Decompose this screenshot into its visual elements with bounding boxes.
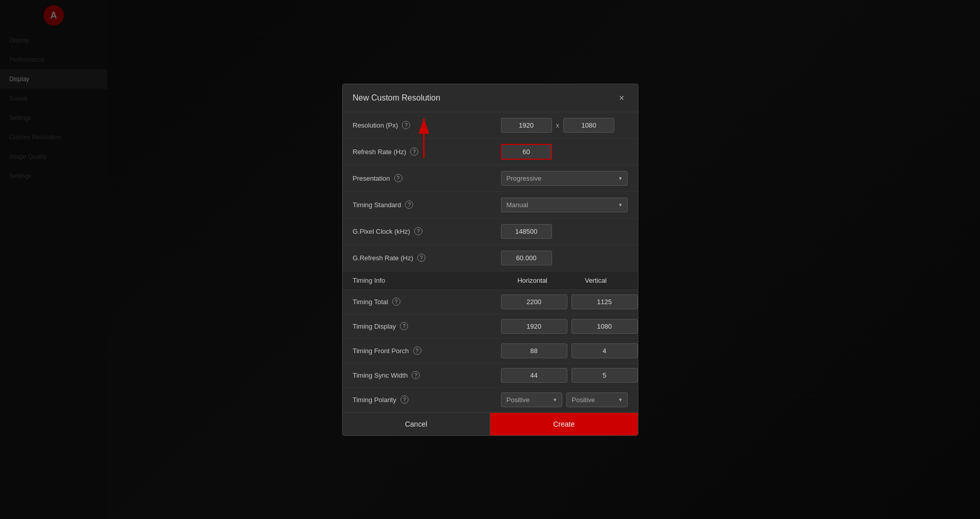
dialog-header: New Custom Resolution ×: [343, 84, 638, 112]
new-custom-resolution-dialog: New Custom Resolution × Resolution (Px) …: [342, 84, 638, 436]
presentation-value-col: Progressive ▾: [501, 171, 628, 186]
timing-polarity-label-col: Timing Polarity ?: [353, 396, 501, 404]
timing-front-porch-v-input[interactable]: [571, 343, 638, 358]
gpixel-clock-input[interactable]: [501, 224, 552, 239]
refresh-rate-help-icon[interactable]: ?: [410, 147, 418, 156]
timing-front-porch-help-icon[interactable]: ?: [413, 347, 421, 355]
timing-polarity-selects: Positive ▾ Positive ▾: [501, 392, 628, 407]
timing-info-cols: Horizontal Vertical: [501, 277, 628, 284]
timing-polarity-row: Timing Polarity ? Positive ▾ Positive ▾: [343, 388, 638, 412]
timing-sync-width-row: Timing Sync Width ?: [343, 363, 638, 388]
timing-standard-help-icon[interactable]: ?: [405, 201, 413, 209]
refresh-rate-input[interactable]: [501, 144, 552, 160]
presentation-row: Presentation ? Progressive ▾: [343, 165, 638, 192]
timing-standard-chevron-icon: ▾: [619, 202, 622, 208]
gpixel-clock-value-col: [501, 224, 628, 239]
resolution-label: Resolution (Px): [353, 121, 398, 129]
resolution-label-col: Resolution (Px) ?: [353, 121, 501, 129]
timing-sync-width-h-input[interactable]: [501, 368, 567, 383]
presentation-help-icon[interactable]: ?: [394, 174, 402, 182]
gpixel-clock-label: G.Pixel Clock (kHz): [353, 228, 411, 235]
timing-front-porch-inputs: [501, 343, 638, 358]
grefresh-rate-help-icon[interactable]: ?: [417, 254, 425, 262]
timing-display-label-col: Timing Display ?: [353, 322, 501, 330]
timing-total-label-col: Timing Total ?: [353, 298, 501, 306]
cancel-button[interactable]: Cancel: [343, 413, 491, 435]
timing-polarity-help-icon[interactable]: ?: [400, 396, 409, 404]
timing-standard-select-value: Manual: [507, 201, 529, 209]
resolution-row: Resolution (Px) ? x: [343, 112, 638, 139]
dialog-body: Resolution (Px) ? x Refresh Rate (Hz) ? …: [343, 112, 638, 412]
gpixel-clock-row: G.Pixel Clock (kHz) ?: [343, 218, 638, 245]
timing-standard-label: Timing Standard: [353, 201, 401, 209]
timing-polarity-h-select[interactable]: Positive ▾: [501, 392, 562, 407]
grefresh-rate-value-col: [501, 251, 628, 265]
timing-polarity-label: Timing Polarity: [353, 396, 396, 404]
timing-standard-label-col: Timing Standard ?: [353, 201, 501, 209]
polarity-v-chevron-icon: ▾: [619, 397, 622, 403]
close-button[interactable]: ×: [616, 92, 628, 104]
timing-sync-width-inputs: [501, 368, 638, 383]
timing-display-row: Timing Display ?: [343, 314, 638, 339]
timing-horizontal-header: Horizontal: [501, 277, 564, 284]
resolution-height-input[interactable]: [563, 118, 614, 133]
timing-sync-width-label: Timing Sync Width: [353, 372, 408, 379]
dialog-footer: Cancel Create: [343, 412, 638, 435]
resolution-value-col: x: [501, 118, 628, 133]
resolution-separator: x: [556, 121, 560, 129]
presentation-chevron-icon: ▾: [619, 175, 622, 182]
refresh-rate-label-col: Refresh Rate (Hz) ?: [353, 147, 501, 156]
grefresh-rate-label-col: G.Refresh Rate (Hz) ?: [353, 254, 501, 262]
timing-polarity-v-select[interactable]: Positive ▾: [566, 392, 628, 407]
gpixel-clock-label-col: G.Pixel Clock (kHz) ?: [353, 227, 501, 235]
timing-sync-width-label-col: Timing Sync Width ?: [353, 371, 501, 379]
timing-total-help-icon[interactable]: ?: [392, 298, 400, 306]
create-button[interactable]: Create: [490, 413, 638, 435]
timing-polarity-h-value: Positive: [507, 396, 530, 404]
timing-front-porch-label: Timing Front Porch: [353, 347, 409, 355]
timing-display-h-input[interactable]: [501, 319, 567, 334]
timing-total-h-input[interactable]: [501, 294, 567, 309]
timing-display-inputs: [501, 319, 638, 334]
timing-total-row: Timing Total ?: [343, 290, 638, 314]
timing-info-label: Timing Info: [353, 277, 501, 284]
grefresh-rate-input[interactable]: [501, 251, 552, 265]
timing-front-porch-label-col: Timing Front Porch ?: [353, 347, 501, 355]
resolution-width-input[interactable]: [501, 118, 552, 133]
grefresh-rate-row: G.Refresh Rate (Hz) ?: [343, 245, 638, 271]
gpixel-clock-help-icon[interactable]: ?: [414, 227, 422, 235]
presentation-select[interactable]: Progressive ▾: [501, 171, 628, 186]
presentation-label-col: Presentation ?: [353, 174, 501, 182]
timing-display-v-input[interactable]: [571, 319, 638, 334]
timing-sync-width-v-input[interactable]: [571, 368, 638, 383]
timing-polarity-v-value: Positive: [572, 396, 595, 404]
refresh-rate-value-col: [501, 144, 628, 160]
timing-front-porch-h-input[interactable]: [501, 343, 567, 358]
presentation-label: Presentation: [353, 175, 390, 182]
timing-vertical-header: Vertical: [564, 277, 628, 284]
timing-total-inputs: [501, 294, 638, 309]
timing-total-label: Timing Total: [353, 298, 388, 306]
grefresh-rate-label: G.Refresh Rate (Hz): [353, 254, 413, 262]
refresh-rate-row: Refresh Rate (Hz) ?: [343, 139, 638, 165]
timing-front-porch-row: Timing Front Porch ?: [343, 339, 638, 363]
timing-standard-select[interactable]: Manual ▾: [501, 197, 628, 212]
timing-standard-row: Timing Standard ? Manual ▾: [343, 192, 638, 218]
timing-display-help-icon[interactable]: ?: [400, 322, 408, 330]
timing-standard-value-col: Manual ▾: [501, 197, 628, 212]
timing-total-v-input[interactable]: [571, 294, 638, 309]
timing-sync-width-help-icon[interactable]: ?: [412, 371, 420, 379]
presentation-select-value: Progressive: [507, 175, 542, 182]
refresh-rate-label: Refresh Rate (Hz): [353, 148, 407, 156]
polarity-h-chevron-icon: ▾: [554, 397, 557, 403]
resolution-help-icon[interactable]: ?: [402, 121, 410, 129]
timing-info-header-row: Timing Info Horizontal Vertical: [343, 271, 638, 290]
timing-display-label: Timing Display: [353, 323, 396, 330]
dialog-title: New Custom Resolution: [353, 93, 441, 103]
